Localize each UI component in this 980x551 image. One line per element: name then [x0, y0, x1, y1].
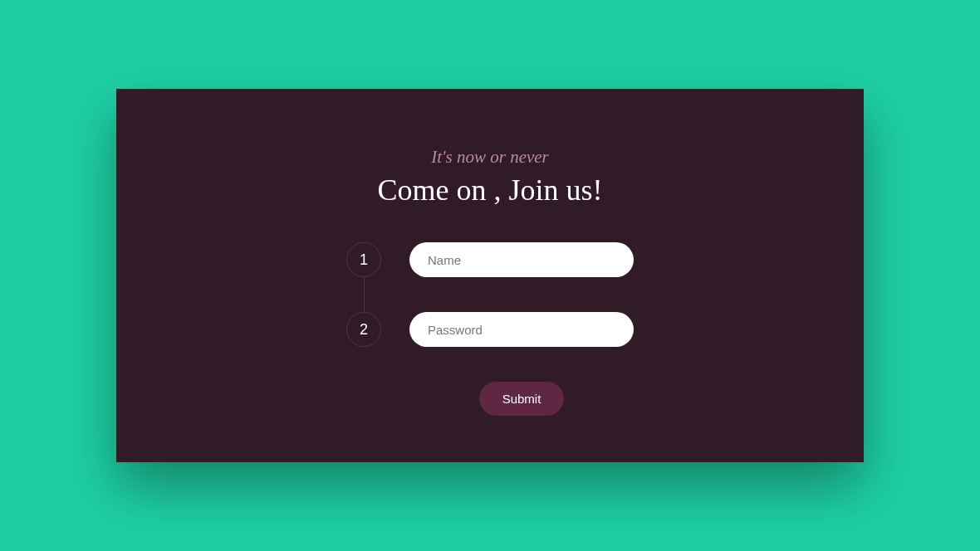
form-row-password: 2 [346, 312, 634, 347]
password-input[interactable] [409, 312, 634, 347]
signup-card: It's now or never Come on , Join us! 1 2… [116, 89, 864, 462]
submit-button[interactable]: Submit [479, 382, 565, 416]
step-number-2: 2 [346, 312, 381, 347]
name-input[interactable] [409, 242, 634, 277]
card-title: Come on , Join us! [377, 173, 602, 207]
form-row-name: 1 [346, 242, 634, 277]
step-number-1: 1 [346, 242, 381, 277]
card-subtitle: It's now or never [431, 147, 549, 168]
signup-form: 1 2 Submit [346, 242, 634, 416]
step-connector [364, 277, 365, 312]
